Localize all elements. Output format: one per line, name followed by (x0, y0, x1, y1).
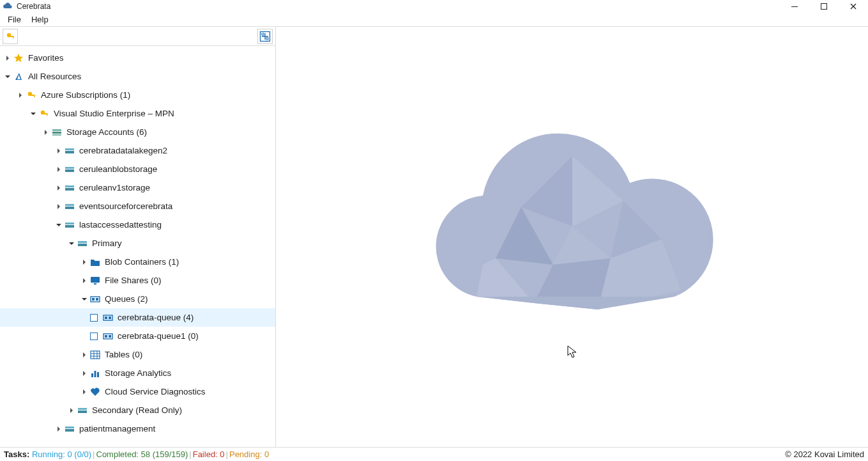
svg-rect-23 (65, 204, 74, 206)
star-icon (13, 52, 24, 64)
svg-rect-22 (65, 188, 74, 191)
caret-right-icon (55, 426, 63, 432)
checkbox-icon[interactable] (89, 313, 98, 322)
svg-rect-44 (95, 371, 96, 377)
menu-file[interactable]: File (3, 13, 26, 26)
svg-rect-7 (266, 38, 268, 40)
app-cloud-icon (3, 3, 13, 10)
svg-rect-47 (78, 410, 87, 413)
tree-label: Azure Subscriptions (1) (41, 90, 130, 100)
svg-rect-29 (91, 277, 100, 283)
caret-right-icon (42, 130, 50, 135)
svg-rect-41 (109, 335, 111, 338)
tree-item-favorites[interactable]: Favorites (0, 49, 275, 67)
caret-right-icon (55, 185, 63, 191)
key-button[interactable] (3, 29, 18, 44)
svg-rect-26 (65, 225, 74, 228)
tree-label: Secondary (Read Only) (92, 405, 182, 415)
tree-item-storage-accounts[interactable]: Storage Accounts (6) (0, 123, 275, 141)
storage-account-icon (64, 219, 75, 231)
tree-item-sa-lastaccessedattesting[interactable]: lastaccessedattesting (0, 215, 275, 234)
copyright: © 2022 Kovai Limited (785, 449, 864, 459)
folder-icon (89, 256, 101, 268)
status-failed: Failed: 0 (193, 449, 225, 459)
svg-rect-24 (65, 207, 74, 209)
tree-label: cerebratadatalakegen2 (79, 146, 167, 155)
caret-right-icon (80, 352, 88, 357)
svg-rect-33 (96, 298, 98, 301)
tree-item-storage-analytics[interactable]: Storage Analytics (0, 364, 275, 382)
svg-rect-45 (97, 372, 99, 377)
tree-label: Cloud Service Diagnostics (105, 387, 206, 396)
svg-rect-17 (65, 148, 74, 150)
maximize-button[interactable] (809, 0, 839, 13)
main-panel (276, 27, 868, 447)
divider: | (189, 449, 191, 459)
tree-label: Queues (2) (105, 294, 148, 304)
heartbeat-icon (89, 386, 101, 398)
tree-label: patientmanagement (79, 424, 155, 434)
storage-account-icon (64, 423, 75, 435)
titlebar: Cerebrata (0, 0, 868, 13)
svg-rect-21 (65, 185, 74, 187)
tree-item-sa-cerebratadatalakegen2[interactable]: cerebratadatalakegen2 (0, 141, 275, 160)
tree-item-queues[interactable]: Queues (2) (0, 290, 275, 308)
caret-down-icon (80, 297, 88, 302)
caret-right-icon (80, 260, 88, 265)
tree-label: All Resources (28, 72, 81, 81)
caret-down-icon (68, 241, 75, 246)
svg-rect-49 (65, 429, 74, 432)
tree-label: cerebrata-queue (4) (118, 313, 194, 322)
tree-item-secondary[interactable]: Secondary (Read Only) (0, 401, 275, 419)
sidebar-toolbar (0, 27, 275, 46)
storage-account-icon (77, 405, 88, 416)
caret-right-icon (17, 93, 24, 98)
caret-right-icon (4, 56, 11, 61)
tree-label: Tables (0) (105, 350, 142, 359)
tree-item-cloud-diagnostics[interactable]: Cloud Service Diagnostics (0, 382, 275, 401)
svg-rect-40 (105, 335, 107, 338)
svg-rect-42 (91, 351, 100, 359)
svg-rect-32 (92, 298, 95, 301)
cursor-icon (567, 345, 577, 360)
key-icon (26, 90, 37, 101)
close-button[interactable] (839, 0, 868, 13)
tree-item-primary[interactable]: Primary (0, 234, 275, 253)
tree-item-sa-ceruleanblobstorage[interactable]: ceruleanblobstorage (0, 160, 275, 178)
storage-stack-icon (51, 127, 63, 138)
focus-button[interactable] (257, 29, 273, 44)
tree-item-sa-eventsourceforcerebrata[interactable]: eventsourceforcerebrata (0, 197, 275, 215)
caret-down-icon (55, 223, 63, 228)
tree-item-queue-cerebrata-queue[interactable]: cerebrata-queue (4) (0, 308, 275, 327)
tree-item-azure-subscriptions[interactable]: Azure Subscriptions (1) (0, 86, 275, 104)
tree-label: Visual Studio Enterprise – MPN (54, 109, 174, 118)
storage-account-icon (77, 238, 88, 249)
tree-label: Favorites (28, 53, 64, 63)
tree-item-tables[interactable]: Tables (0) (0, 345, 275, 364)
menubar: File Help (0, 13, 868, 27)
tree-item-queue-cerebrata-queue1[interactable]: cerebrata-queue1 (0) (0, 327, 275, 345)
menu-help[interactable]: Help (26, 13, 54, 26)
cloud-placeholder-icon (406, 130, 738, 343)
checkbox-icon[interactable] (89, 332, 98, 341)
divider: | (226, 449, 228, 459)
bar-chart-icon (89, 368, 101, 379)
svg-rect-20 (65, 169, 74, 172)
caret-right-icon (55, 148, 63, 153)
svg-rect-14 (52, 129, 61, 131)
azure-icon (13, 71, 24, 82)
tree-item-sa-patientmanagement[interactable]: patientmanagement (0, 419, 275, 438)
tree-item-sa-ceruleanv1storage[interactable]: ceruleanv1storage (0, 178, 275, 197)
svg-rect-36 (105, 316, 107, 319)
tree-item-blob-containers[interactable]: Blob Containers (1) (0, 253, 275, 271)
storage-account-icon (64, 182, 75, 194)
caret-down-icon (29, 111, 37, 116)
tree-item-file-shares[interactable]: File Shares (0) (0, 271, 275, 290)
key-icon (38, 108, 50, 120)
caret-right-icon (80, 371, 88, 376)
tree-item-vs-enterprise[interactable]: Visual Studio Enterprise – MPN (0, 104, 275, 123)
svg-rect-4 (13, 36, 14, 38)
tree: Favorites All Resources Azure Subscripti… (0, 46, 275, 447)
minimize-button[interactable] (780, 0, 809, 13)
tree-item-all-resources[interactable]: All Resources (0, 67, 275, 86)
